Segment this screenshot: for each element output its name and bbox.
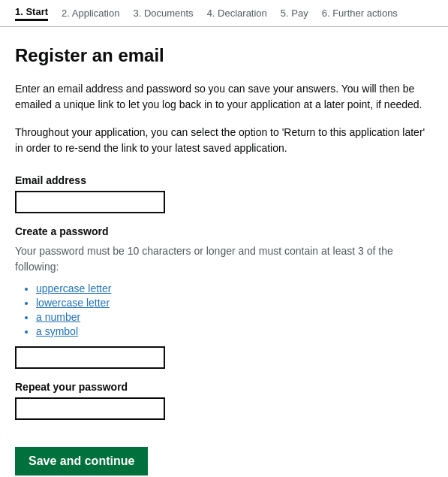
email-field[interactable] [15,191,165,213]
password-hint: Your password must be 10 characters or l… [15,243,433,275]
nav-item-further-actions[interactable]: 6. Further actions [322,8,398,19]
nav-item-application[interactable]: 2. Application [62,8,119,19]
navigation: 1. Start 2. Application 3. Documents 4. … [0,0,448,27]
password-requirements: uppercase letter lowercase letter a numb… [36,282,433,337]
nav-item-pay[interactable]: 5. Pay [281,8,308,19]
save-and-continue-button[interactable]: Save and continue [15,447,148,475]
repeat-password-group: Repeat your password [15,381,433,420]
req-uppercase: uppercase letter [36,282,433,294]
description-1: Enter an email address and password so y… [15,81,433,113]
page-title: Register an email [15,45,433,66]
req-number: a number [36,311,433,323]
password-field[interactable] [15,346,165,369]
password-group: Create a password Your password must be … [15,225,433,369]
password-label: Create a password [15,225,433,237]
email-group: Email address [15,174,433,213]
repeat-password-label: Repeat your password [15,381,433,393]
req-symbol: a symbol [36,325,433,337]
req-lowercase: lowercase letter [36,297,433,309]
email-label: Email address [15,174,433,186]
nav-item-declaration[interactable]: 4. Declaration [207,8,267,19]
nav-item-start[interactable]: 1. Start [15,6,48,21]
nav-item-documents[interactable]: 3. Documents [133,8,193,19]
description-2: Throughout your application, you can sel… [15,125,433,156]
main-content: Register an email Enter an email address… [0,27,448,477]
repeat-password-field[interactable] [15,397,165,420]
